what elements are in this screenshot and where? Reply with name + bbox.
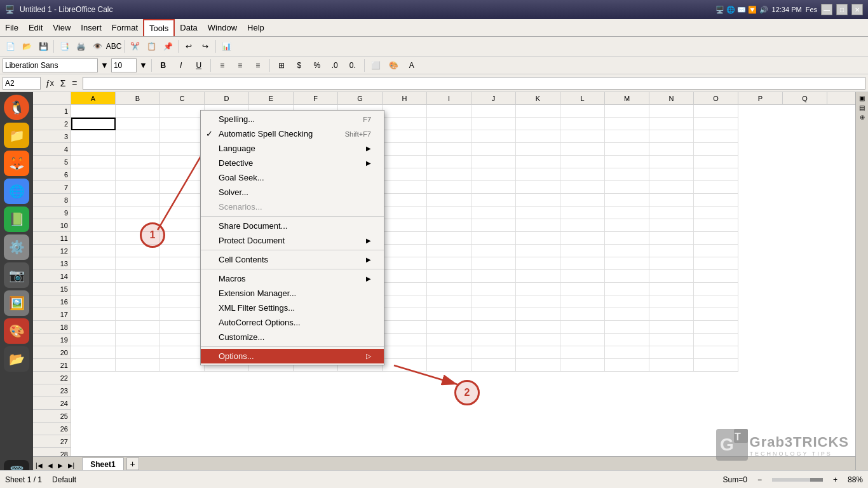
menu-share-doc[interactable]: Share Document... xyxy=(201,219,384,233)
dock-image[interactable]: 🖼️ xyxy=(4,290,29,316)
percent-button[interactable]: % xyxy=(309,58,325,72)
menu-auto-spell[interactable]: ✓ Automatic Spell Checking Shift+F7 xyxy=(201,126,384,141)
paste-button[interactable]: 📌 xyxy=(160,39,175,53)
col-header-J[interactable]: J xyxy=(471,92,516,104)
open-button[interactable]: 📂 xyxy=(19,39,34,53)
menu-protect-doc[interactable]: Protect Document ▶ xyxy=(201,233,384,248)
col-header-F[interactable]: F xyxy=(294,92,338,104)
row-header-6[interactable]: 6 xyxy=(33,168,71,181)
cell-O2[interactable] xyxy=(694,118,738,130)
pdf-button[interactable]: 📑 xyxy=(57,39,72,53)
cell-A3[interactable] xyxy=(71,130,116,143)
zoom-slider[interactable] xyxy=(772,478,823,482)
col-header-B[interactable]: B xyxy=(116,92,160,104)
menu-spelling[interactable]: Spelling... F7 xyxy=(201,112,384,126)
row-header-24[interactable]: 24 xyxy=(33,397,71,410)
cell-M1[interactable] xyxy=(605,105,649,118)
row-header-2[interactable]: 2 xyxy=(33,118,71,130)
cell-C2[interactable] xyxy=(160,118,205,130)
cell-B2[interactable] xyxy=(116,118,160,130)
redo-button[interactable]: ↪ xyxy=(198,39,213,53)
sheet-tab-1[interactable]: Sheet1 xyxy=(82,458,123,470)
menu-solver[interactable]: Solver... xyxy=(201,185,384,200)
dock-camera[interactable]: 📷 xyxy=(4,262,29,288)
font-name-input[interactable]: Liberation Sans xyxy=(3,58,98,72)
dock-browser-ff[interactable]: 🦊 xyxy=(4,151,29,176)
right-panel-btn1[interactable]: ▣ xyxy=(859,95,865,102)
row-header-12[interactable]: 12 xyxy=(33,245,71,257)
menu-data[interactable]: Data xyxy=(175,19,202,36)
menu-format[interactable]: Format xyxy=(107,19,143,36)
menu-detective[interactable]: Detective ▶ xyxy=(201,156,384,170)
font-color-button[interactable]: A xyxy=(404,58,419,72)
col-header-O[interactable]: O xyxy=(694,92,738,104)
minimize-button[interactable]: — xyxy=(821,4,832,15)
row-header-22[interactable]: 22 xyxy=(33,372,71,384)
maximize-button[interactable]: □ xyxy=(836,4,848,15)
menu-file[interactable]: File xyxy=(0,19,24,36)
col-header-H[interactable]: H xyxy=(383,92,427,104)
row-header-15[interactable]: 15 xyxy=(33,283,71,295)
cell-N1[interactable] xyxy=(649,105,694,118)
merge-button[interactable]: ⊞ xyxy=(274,58,289,72)
row-header-8[interactable]: 8 xyxy=(33,194,71,207)
menu-customize[interactable]: Customize... xyxy=(201,330,384,344)
align-center-button[interactable]: ≡ xyxy=(233,58,248,72)
row-header-19[interactable]: 19 xyxy=(33,334,71,346)
cell-N2[interactable] xyxy=(649,118,694,130)
menu-language[interactable]: Language ▶ xyxy=(201,141,384,156)
print-button[interactable]: 🖨️ xyxy=(73,39,88,53)
right-panel-btn3[interactable]: ⊕ xyxy=(860,114,865,121)
row-header-23[interactable]: 23 xyxy=(33,384,71,397)
cell-I2[interactable] xyxy=(427,118,471,130)
dock-calc[interactable]: 📗 xyxy=(4,207,29,232)
zoom-plus[interactable]: + xyxy=(833,475,837,484)
col-header-N[interactable]: N xyxy=(649,92,694,104)
cell-I1[interactable] xyxy=(427,105,471,118)
cell-O1[interactable] xyxy=(694,105,738,118)
dock-settings[interactable]: ⚙️ xyxy=(4,234,29,260)
decimal-dec-button[interactable]: 0. xyxy=(345,58,360,72)
row-header-3[interactable]: 3 xyxy=(33,130,71,143)
copy-button[interactable]: 📋 xyxy=(144,39,159,53)
col-header-M[interactable]: M xyxy=(605,92,649,104)
col-header-A[interactable]: A xyxy=(71,92,116,104)
cell-H2[interactable] xyxy=(383,118,427,130)
row-header-14[interactable]: 14 xyxy=(33,270,71,283)
cut-button[interactable]: ✂️ xyxy=(127,39,142,53)
dock-files[interactable]: 📁 xyxy=(4,123,29,148)
border-button[interactable]: ⬜ xyxy=(369,58,384,72)
save-button[interactable]: 💾 xyxy=(36,39,51,53)
spell-button[interactable]: ABC xyxy=(106,39,121,53)
menu-options[interactable]: Options... ▷ xyxy=(201,349,384,363)
font-size-input[interactable]: 10 xyxy=(111,58,137,72)
menu-tools[interactable]: Tools xyxy=(143,19,175,36)
underline-button[interactable]: U xyxy=(191,58,207,72)
prev-sheet-btn[interactable]: ◀ xyxy=(45,461,55,470)
sigma-icon[interactable]: Σ xyxy=(58,78,69,88)
new-button[interactable]: 📄 xyxy=(3,39,18,53)
menu-window[interactable]: Window xyxy=(203,19,242,36)
dock-art[interactable]: 🎨 xyxy=(4,318,29,344)
undo-button[interactable]: ↩ xyxy=(181,39,196,53)
formula-input[interactable] xyxy=(83,77,865,90)
cell-A1[interactable] xyxy=(71,105,116,118)
decimal-inc-button[interactable]: .0 xyxy=(327,58,342,72)
col-header-P[interactable]: P xyxy=(738,92,783,104)
dock-browser-chrome[interactable]: 🌐 xyxy=(4,179,29,204)
cell-L2[interactable] xyxy=(560,118,605,130)
row-header-1[interactable]: 1 xyxy=(33,105,71,118)
col-header-K[interactable]: K xyxy=(516,92,560,104)
cell-L1[interactable] xyxy=(560,105,605,118)
menu-macros[interactable]: Macros ▶ xyxy=(201,271,384,286)
currency-button[interactable]: $ xyxy=(292,58,307,72)
chart-button[interactable]: 📊 xyxy=(219,39,234,53)
bold-button[interactable]: B xyxy=(156,58,171,72)
cell-C1[interactable] xyxy=(160,105,205,118)
cell-B1[interactable] xyxy=(116,105,160,118)
cell-K1[interactable] xyxy=(516,105,560,118)
row-header-21[interactable]: 21 xyxy=(33,359,71,372)
menu-extension-mgr[interactable]: Extension Manager... xyxy=(201,286,384,301)
function-wizard-icon[interactable]: ƒx xyxy=(43,79,57,88)
row-header-17[interactable]: 17 xyxy=(33,308,71,321)
